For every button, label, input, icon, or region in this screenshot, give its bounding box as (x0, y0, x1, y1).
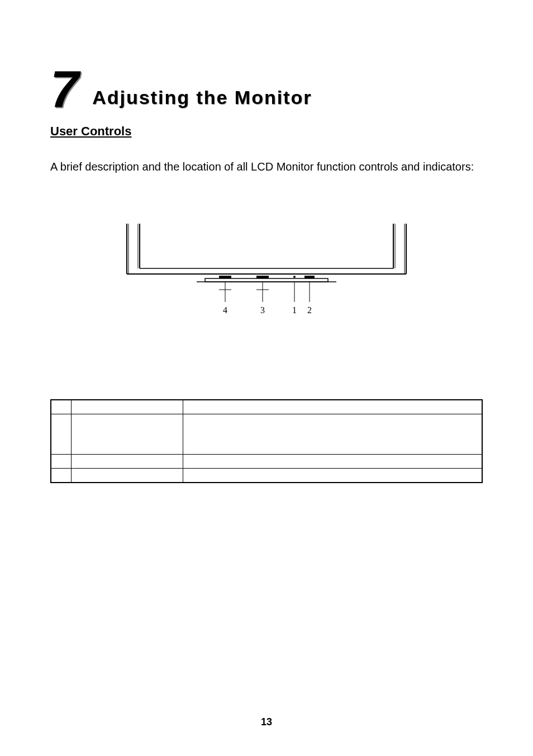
svg-rect-12 (219, 276, 231, 278)
section-header: User Controls (50, 124, 483, 139)
cell-desc (183, 400, 482, 414)
diagram-label-1: 1 (292, 305, 297, 315)
cell-label (72, 469, 183, 483)
cell-label (72, 414, 183, 455)
chapter-header: 7 Adjusting the Monitor (50, 67, 483, 111)
intro-paragraph: A brief description and the location of … (50, 154, 483, 179)
controls-table (51, 400, 482, 483)
controls-table-wrap (50, 399, 483, 483)
chapter-number: 7 (50, 67, 79, 111)
page-number: 13 (0, 716, 533, 728)
diagram-svg: 4 3 1 2 (110, 218, 423, 330)
cell-desc (183, 469, 482, 483)
cell-desc (183, 414, 482, 455)
diagram-label-3: 3 (260, 305, 265, 315)
svg-rect-15 (304, 276, 315, 278)
cell-num (51, 455, 72, 469)
cell-num (51, 414, 72, 455)
diagram-label-2: 2 (307, 305, 312, 315)
cell-label (72, 455, 183, 469)
svg-rect-10 (205, 278, 328, 282)
diagram-label-4: 4 (223, 305, 227, 315)
svg-point-14 (293, 276, 296, 278)
chapter-title: Adjusting the Monitor (92, 87, 312, 111)
cell-num (51, 469, 72, 483)
svg-rect-13 (256, 276, 269, 278)
monitor-diagram: 4 3 1 2 (50, 218, 483, 332)
cell-num (51, 400, 72, 414)
cell-label (72, 400, 183, 414)
table-row (51, 455, 482, 469)
cell-desc (183, 455, 482, 469)
table-row (51, 414, 482, 455)
table-row (51, 469, 482, 483)
table-row (51, 400, 482, 414)
